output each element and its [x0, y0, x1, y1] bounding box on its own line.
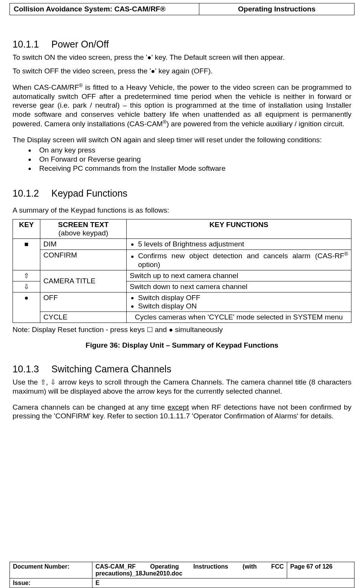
key-square-cell: ■: [13, 239, 40, 270]
circle-icon: ●: [147, 54, 151, 61]
arrow-up-icon: ⇧: [40, 378, 46, 386]
list-item: Receiving PC commands from the Installer…: [35, 164, 351, 173]
function-cell: Confirms new object detection and cancel…: [127, 250, 351, 270]
key-circle-cell: ●: [13, 292, 40, 323]
list-item: On Forward or Reverse gearing: [35, 155, 351, 164]
box-icon: ☐: [147, 326, 153, 334]
section-title: Power On/Off: [51, 39, 109, 49]
footer-doc-label: Document Number:: [10, 562, 92, 578]
th-screen: SCREEN TEXT (above keypad): [40, 219, 127, 239]
table-row: ⇧ CAMERA TITLE Switch up to next camera …: [13, 270, 351, 281]
screen-text-cell: CAMERA TITLE: [40, 270, 127, 292]
th-key: KEY: [13, 219, 40, 239]
reset-conditions-list: On any key press On Forward or Reverse g…: [13, 146, 351, 173]
table-row: ■ DIM 5 levels of Brightness adjustment: [13, 239, 351, 250]
footer-doc-value: CAS-CAM_RF Operating Instructions (with …: [92, 562, 287, 578]
list-item: On any key press: [35, 146, 351, 154]
power-on-paragraph: To switch ON the video screen, press the…: [13, 53, 351, 62]
reg-mark-icon: ®: [79, 83, 83, 88]
table-row: ● OFF Switch display OFF Switch display …: [13, 292, 351, 311]
th-functions: KEY FUNCTIONS: [127, 219, 351, 239]
table-row: CYCLE Cycles cameras when 'CYCLE' mode s…: [13, 311, 351, 323]
table-note: Note: Display Reset function - press key…: [13, 325, 351, 334]
footer-issue-label: Issue:: [10, 578, 92, 588]
key-up-cell: ⇧: [13, 270, 40, 281]
section-number: 10.1.3: [13, 364, 49, 375]
function-cell: 5 levels of Brightness adjustment: [127, 239, 351, 250]
function-cell: Switch down to next camera channel: [127, 281, 351, 292]
section-10-1-1-heading: 10.1.1 Power On/Off: [13, 39, 351, 50]
screen-text-cell: DIM: [40, 239, 127, 250]
function-cell: Switch up to next camera channel: [127, 270, 351, 281]
section-10-1-2-heading: 10.1.2 Keypad Functions: [13, 188, 351, 199]
function-cell: Cycles cameras when 'CYCLE' mode selecte…: [127, 311, 351, 323]
arrow-down-icon: ⇩: [50, 378, 56, 386]
keypad-functions-table: KEY SCREEN TEXT (above keypad) KEY FUNCT…: [13, 219, 351, 323]
switching-paragraph-2: Camera channels can be changed at any ti…: [13, 403, 351, 421]
arrow-down-icon: ⇩: [24, 283, 29, 291]
section-number: 10.1.2: [13, 188, 49, 199]
footer-page: Page 67 of 126: [287, 562, 354, 578]
square-icon: ■: [24, 240, 29, 248]
page-footer: Document Number:CAS-CAM_RF Operating Ins…: [10, 562, 354, 588]
circle-icon: ●: [151, 67, 155, 75]
section-title: Switching Camera Channels: [51, 364, 171, 374]
keypad-intro: A summary of the Keypad functions is as …: [13, 206, 351, 215]
screen-text-cell: CYCLE: [40, 311, 127, 323]
circle-icon: ●: [24, 294, 29, 302]
circle-icon: ●: [169, 326, 173, 334]
table-row: CONFIRM Confirms new object detection an…: [13, 250, 351, 270]
switching-paragraph-1: Use the ⇧, ⇩ arrow keys to scroll throug…: [13, 378, 351, 396]
page-header: Collision Avoidance System: CAS-CAM/RF® …: [10, 3, 354, 15]
except-underline: except: [167, 403, 189, 411]
screen-text-cell: CONFIRM: [40, 250, 127, 270]
key-down-cell: ⇩: [13, 281, 40, 292]
header-right: Operating Instructions: [199, 3, 354, 15]
power-off-paragraph: To switch OFF the video screen, press th…: [13, 67, 351, 76]
reset-conditions-intro: The Display screen will switch ON again …: [13, 135, 351, 145]
figure-caption: Figure 36: Display Unit – Summary of Key…: [13, 341, 351, 350]
function-cell: Switch display OFF Switch display ON: [127, 292, 351, 311]
footer-issue-value: E: [92, 578, 354, 588]
header-left: Collision Avoidance System: CAS-CAM/RF®: [10, 3, 199, 15]
heavy-vehicle-paragraph: When CAS-CAM/RF® is fitted to a Heavy Ve…: [13, 83, 351, 129]
reg-mark-icon: ®: [344, 251, 348, 257]
section-title: Keypad Functions: [51, 188, 127, 199]
screen-text-cell: OFF: [40, 292, 127, 311]
section-number: 10.1.1: [13, 39, 49, 50]
section-10-1-3-heading: 10.1.3 Switching Camera Channels: [13, 364, 351, 375]
reg-mark-icon: ®: [163, 119, 167, 125]
arrow-up-icon: ⇧: [24, 272, 29, 280]
